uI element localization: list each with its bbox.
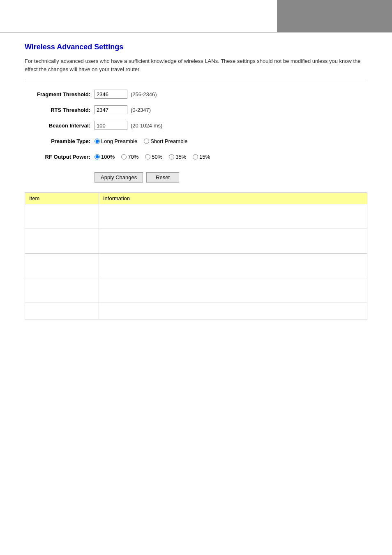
rts-threshold-input[interactable] (95, 105, 127, 114)
rf-70-text: 70% (128, 154, 138, 160)
fragment-threshold-label: Fragment Threshold: (25, 91, 95, 97)
divider (25, 80, 367, 80)
table-header-item: Item (25, 193, 99, 204)
table-row (25, 254, 367, 278)
fragment-threshold-row: Fragment Threshold: (256-2346) (25, 88, 367, 100)
apply-changes-button[interactable]: Apply Changes (95, 172, 143, 183)
rf-15-text: 15% (199, 154, 210, 160)
table-cell-item (25, 229, 99, 254)
rf-35-text: 35% (175, 154, 186, 160)
table-cell-item (25, 278, 99, 303)
table-cell-info (99, 229, 367, 254)
fragment-threshold-input[interactable] (95, 90, 127, 99)
preamble-short-label[interactable]: Short Preamble (144, 138, 187, 144)
table-row (25, 204, 367, 229)
preamble-short-text: Short Preamble (150, 138, 187, 144)
table-cell-info (99, 278, 367, 303)
rf-15-label[interactable]: 15% (193, 154, 210, 160)
top-banner (0, 0, 392, 33)
banner-right (277, 0, 392, 32)
settings-form: Fragment Threshold: (256-2346) RTS Thres… (25, 88, 367, 162)
table-header-info: Information (99, 193, 367, 204)
beacon-interval-row: Beacon Interval: (20-1024 ms) (25, 120, 367, 131)
rf-output-power-row: RF Output Power: 100% 70% 50% 35% (25, 151, 367, 162)
rf-100-label[interactable]: 100% (95, 154, 115, 160)
rf-35-label[interactable]: 35% (169, 154, 186, 160)
rf-output-power-radio-group: 100% 70% 50% 35% 15% (95, 154, 215, 160)
beacon-interval-hint: (20-1024 ms) (131, 123, 162, 129)
table-header-row: Item Information (25, 193, 367, 204)
preamble-long-label[interactable]: Long Preamble (95, 138, 137, 144)
rts-threshold-hint: (0-2347) (131, 107, 151, 113)
rf-70-label[interactable]: 70% (121, 154, 138, 160)
help-table: Item Information (25, 192, 367, 319)
table-cell-info (99, 254, 367, 278)
table-cell-info (99, 204, 367, 229)
rf-100-radio[interactable] (95, 154, 100, 160)
preamble-short-radio[interactable] (144, 139, 149, 144)
fragment-threshold-hint: (256-2346) (131, 91, 157, 97)
table-cell-item (25, 254, 99, 278)
beacon-interval-label: Beacon Interval: (25, 123, 95, 129)
rf-output-power-label: RF Output Power: (25, 154, 95, 160)
table-row-last (25, 303, 367, 319)
reset-button[interactable]: Reset (146, 172, 179, 183)
rf-35-radio[interactable] (169, 154, 174, 160)
table-cell-item (25, 204, 99, 229)
button-row: Apply Changes Reset (95, 172, 367, 183)
preamble-type-label: Preamble Type: (25, 138, 95, 144)
page-title: Wireless Advanced Settings (25, 43, 367, 51)
rf-50-text: 50% (152, 154, 162, 160)
page-description: For technically advanced users who have … (25, 57, 367, 73)
preamble-long-text: Long Preamble (101, 138, 137, 144)
preamble-type-row: Preamble Type: Long Preamble Short Pream… (25, 135, 367, 147)
rts-threshold-row: RTS Threshold: (0-2347) (25, 104, 367, 116)
table-row (25, 278, 367, 303)
rf-70-radio[interactable] (121, 154, 127, 160)
rf-100-text: 100% (101, 154, 115, 160)
table-row (25, 229, 367, 254)
beacon-interval-input[interactable] (95, 121, 127, 130)
rts-threshold-label: RTS Threshold: (25, 107, 95, 113)
rf-50-label[interactable]: 50% (145, 154, 162, 160)
table-cell-info (99, 303, 367, 319)
main-content: Wireless Advanced Settings For technical… (0, 33, 392, 332)
preamble-long-radio[interactable] (95, 139, 100, 144)
rf-50-radio[interactable] (145, 154, 150, 160)
rf-15-radio[interactable] (193, 154, 198, 160)
table-cell-item (25, 303, 99, 319)
preamble-type-radio-group: Long Preamble Short Preamble (95, 138, 193, 144)
